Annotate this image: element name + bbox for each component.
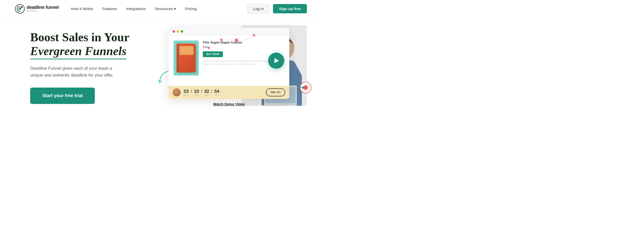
hero-content: Boost Sales in Your Evergreen Funnels De…	[30, 30, 136, 104]
watch-demo-link[interactable]: Watch Demo Video	[213, 102, 245, 106]
timer-digits: 03 DAYS / 10 HRS / 32 MIN /	[184, 89, 263, 96]
browser-dot-red	[173, 30, 175, 33]
book-background	[174, 41, 199, 75]
nav-resources[interactable]: Resources ▾	[155, 7, 176, 11]
timer-seconds: 54 SEC	[214, 89, 219, 96]
play-icon	[274, 58, 279, 63]
nav-actions: Log In Sign up free	[247, 4, 307, 14]
play-button[interactable]	[268, 53, 284, 69]
chevron-down-icon: ▾	[174, 7, 176, 11]
cta-trial-button[interactable]: Start your free trial	[30, 88, 95, 104]
nav-links: How It Works Features Integrations Resou…	[71, 7, 247, 11]
login-button[interactable]: Log In	[247, 4, 270, 14]
timer-sep-3: /	[211, 89, 212, 94]
target-icon	[298, 80, 312, 94]
timer-try-button[interactable]: TRY IT!	[266, 88, 285, 96]
hero-title: Boost Sales in Your Evergreen Funnels	[30, 30, 131, 58]
red-dots-decoration	[206, 33, 257, 53]
timer-sep-2: /	[201, 89, 202, 94]
mockup-product	[174, 41, 199, 81]
timer-days: 03 DAYS	[184, 89, 189, 96]
logo-brand-name: deadline funnel	[27, 5, 59, 10]
svg-point-4	[220, 39, 223, 41]
svg-point-3	[208, 47, 210, 49]
hero-title-line2: Evergreen Funnels	[30, 44, 127, 58]
svg-point-21	[304, 86, 308, 90]
logo-subbrand: by itrinity	[27, 10, 59, 12]
book-cover	[177, 44, 196, 72]
signup-button[interactable]: Sign up free	[273, 4, 307, 13]
timer-bar: 03 DAYS / 10 HRS / 32 MIN /	[169, 86, 289, 99]
logo-icon	[15, 4, 25, 14]
browser-dot-green	[181, 30, 183, 33]
svg-point-5	[235, 39, 238, 42]
logo[interactable]: deadline funnel by itrinity	[15, 4, 59, 14]
nav-how-it-works[interactable]: How It Works	[71, 7, 93, 11]
timer-minutes: 32 MIN	[204, 89, 209, 96]
nav-integrations[interactable]: Integrations	[126, 7, 146, 11]
hero-description: Deadline Funnel gives each of your leads…	[30, 65, 126, 79]
nav-pricing[interactable]: Pricing	[185, 7, 197, 11]
svg-point-6	[253, 34, 255, 36]
timer-hours: 10 HRS	[194, 89, 199, 96]
timer-avatar	[173, 88, 181, 96]
nav-features[interactable]: Features	[102, 7, 117, 11]
browser-dot-yellow	[177, 30, 179, 33]
navbar: deadline funnel by itrinity How It Works…	[0, 0, 322, 18]
timer-sep-1: /	[191, 89, 192, 94]
hero-section: Boost Sales in Your Evergreen Funnels De…	[0, 18, 322, 117]
hero-visual: This Super Duper Course $49 BUY NOW Lore…	[151, 28, 307, 106]
watch-demo-section: Watch Demo Video	[169, 102, 289, 106]
